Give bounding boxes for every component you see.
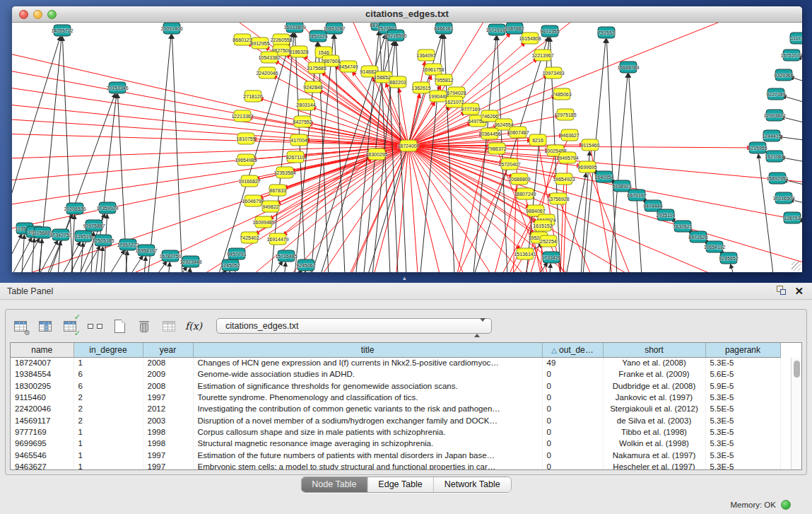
table-cell[interactable]: 5.3E-5	[705, 461, 780, 470]
graph-node[interactable]: 9242848	[303, 81, 322, 93]
graph-node[interactable]: 1621064	[765, 151, 784, 162]
graph-node[interactable]: 12975185	[554, 109, 576, 120]
table-cell[interactable]: 5.3E-5	[705, 392, 780, 403]
table-cell[interactable]: 1	[73, 357, 143, 368]
table-cell[interactable]: 1998	[143, 426, 193, 438]
table-cell[interactable]: 0	[542, 368, 603, 380]
table-cell[interactable]: Investigating the contribution of common…	[193, 403, 542, 414]
table-cell[interactable]: Estimation of the future numbers of pati…	[193, 449, 542, 460]
table-vertical-scrollbar[interactable]	[791, 358, 801, 469]
table-cell[interactable]: Corpus callosum shape and size in male p…	[193, 426, 542, 438]
graph-node[interactable]: 18300295	[365, 148, 387, 160]
graph-node[interactable]: 16961758	[422, 64, 444, 75]
table-cell[interactable]: Estimation of significance thresholds fo…	[193, 380, 542, 392]
table-cell[interactable]: 0	[542, 392, 603, 403]
graph-node[interactable]: 9227349	[766, 88, 785, 100]
table-cell[interactable]: 18300295	[11, 380, 73, 392]
graph-node[interactable]: 1810755	[236, 133, 255, 144]
table-cell[interactable]: 6	[73, 368, 143, 380]
graph-node[interactable]: 22420046	[256, 67, 278, 78]
table-cell[interactable]: 0	[542, 449, 603, 460]
rows-icon[interactable]	[86, 317, 104, 335]
graph-node[interactable]: 19218596	[384, 30, 406, 41]
column-header-year[interactable]: year	[143, 343, 193, 357]
table-cell[interactable]: 9699695	[11, 438, 73, 449]
table-row[interactable]: 977716911998Corpus callosum shape and si…	[11, 426, 780, 438]
table-cell[interactable]: 0	[542, 403, 603, 414]
graph-node[interactable]: 12213363	[231, 110, 253, 122]
table-cell[interactable]: 2	[73, 403, 143, 414]
function-builder-icon[interactable]: f(x)	[184, 317, 203, 335]
table-cell[interactable]: 19384554	[11, 368, 73, 380]
graph-node[interactable]: 882203	[389, 76, 406, 88]
graph-node[interactable]: 10807487	[507, 127, 529, 138]
graph-node[interactable]: 9245062	[296, 259, 315, 271]
graph-node[interactable]: 22260558	[270, 34, 292, 45]
network-canvas[interactable]: 1872400786601238912955222605589827508105…	[12, 23, 802, 272]
graph-node[interactable]: 9329366	[774, 69, 793, 81]
table-row[interactable]: 1872400712008Changes of HCN gene express…	[11, 357, 780, 368]
column-header-out_de[interactable]: △ out_de…	[542, 343, 603, 357]
graph-node[interactable]: 7986372	[487, 143, 506, 154]
graph-node[interactable]: 2803144	[296, 99, 315, 110]
graph-node[interactable]: 7632621	[673, 221, 692, 232]
graph-node[interactable]: 1244415	[762, 130, 781, 141]
table-cell[interactable]: 0	[542, 438, 603, 449]
graph-node[interactable]: 8454749	[339, 61, 358, 72]
graph-node[interactable]: 12505185	[92, 235, 114, 246]
graph-node[interactable]: 12353584	[273, 167, 295, 178]
graph-node[interactable]: 12093822	[763, 110, 785, 121]
graph-node[interactable]: 1640954	[594, 171, 613, 182]
graph-node[interactable]: 5938923	[612, 180, 631, 192]
graph-node[interactable]: 114519	[75, 230, 92, 242]
table-cell[interactable]: 2	[73, 392, 143, 403]
graph-node[interactable]: 20206536	[64, 203, 86, 214]
graph-node[interactable]: 19654985	[235, 154, 257, 165]
network-window-titlebar[interactable]: citations_edges.txt	[12, 6, 802, 23]
node-table-grid[interactable]: namein_degreeyeartitle△ out_de…shortpage…	[11, 343, 781, 470]
table-row[interactable]: 1456911722003Disruption of a novel membe…	[11, 414, 780, 426]
graph-node[interactable]: 19166827	[238, 175, 260, 187]
table-cell[interactable]: 5.3E-5	[705, 438, 780, 449]
graph-node[interactable]: 17342757	[49, 229, 71, 240]
graph-node[interactable]: 2087682	[505, 23, 524, 34]
graph-node[interactable]: 10543382	[258, 52, 280, 63]
table-cell[interactable]: 2009	[143, 368, 193, 380]
graph-node[interactable]: 7955812	[434, 74, 453, 86]
table-cell[interactable]: 1998	[143, 438, 193, 449]
column-header-title[interactable]: title	[193, 343, 542, 357]
table-settings-icon[interactable]: ⚙	[11, 317, 30, 335]
delete-table-icon[interactable]	[160, 317, 178, 335]
graph-node[interactable]: 8912955	[250, 37, 269, 49]
graph-node[interactable]: 16958107	[135, 245, 157, 256]
graph-node[interactable]: 111710	[790, 33, 802, 44]
graph-node[interactable]: 417004	[290, 134, 307, 146]
table-cell[interactable]: Jankovic et al. (1997)	[603, 392, 705, 403]
graph-node[interactable]: 15751074	[780, 49, 802, 61]
float-window-icon[interactable]	[777, 286, 787, 296]
tab-edge-table[interactable]: Edge Table	[367, 477, 433, 492]
graph-node[interactable]: 15720407	[498, 158, 520, 170]
tab-node-table[interactable]: Node Table	[301, 477, 367, 492]
table-selector-dropdown[interactable]: citations_edges.txt	[216, 318, 492, 334]
table-select-rows-icon[interactable]: ✓✓	[61, 317, 79, 335]
graph-node[interactable]: 8267110	[286, 151, 305, 163]
table-cell[interactable]: 9115460	[11, 392, 73, 403]
column-header-short[interactable]: short	[603, 343, 705, 357]
graph-node[interactable]: 16033809	[283, 23, 305, 33]
table-cell[interactable]: Disruption of a novel member of a sodium…	[193, 414, 542, 426]
column-header-in_degree[interactable]: in_degree	[73, 343, 143, 357]
window-resize-grip[interactable]	[792, 262, 801, 271]
graph-node[interactable]: 16782759	[159, 250, 181, 262]
graph-node[interactable]: 19495794	[556, 152, 578, 163]
split-pane-handle[interactable]: ▴	[403, 274, 406, 281]
table-cell[interactable]: 1997	[143, 449, 193, 460]
table-cell[interactable]: Yano et al. (2008)	[603, 357, 705, 368]
table-row[interactable]: 2242004622012Investigating the contribut…	[11, 403, 780, 414]
table-cell[interactable]: Nakamura et al. (1997)	[603, 449, 705, 460]
table-cell[interactable]: 9777169	[11, 426, 73, 438]
table-cell[interactable]: 0	[542, 380, 603, 392]
table-cell[interactable]: 0	[542, 414, 603, 426]
table-cell[interactable]: Tibbo et al. (1998)	[603, 426, 705, 438]
table-cell[interactable]: Structural magnetic resonance image aver…	[193, 438, 542, 449]
